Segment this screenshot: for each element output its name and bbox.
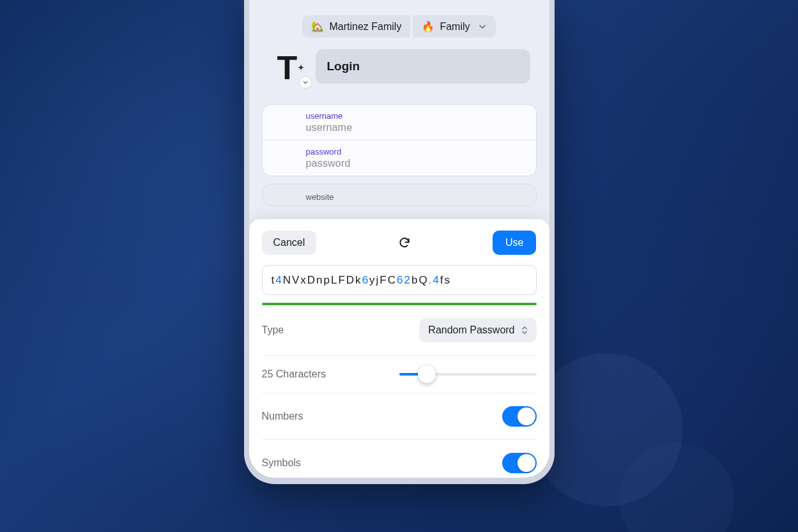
symbols-row: Symbols bbox=[262, 440, 537, 478]
length-label: 25 Characters bbox=[262, 369, 326, 380]
updown-icon bbox=[521, 326, 528, 335]
phone-screen: 🏡 Martinez Family 🔥 Family T ✦ Login bbox=[249, 0, 549, 478]
length-row: 25 Characters bbox=[262, 356, 537, 393]
website-card[interactable]: website bbox=[262, 184, 537, 206]
sheet-header: Cancel Use bbox=[262, 231, 537, 255]
phone-frame: 🏡 Martinez Family 🔥 Family T ✦ Login bbox=[244, 0, 555, 484]
vault-secondary-name: Family bbox=[440, 21, 470, 33]
logo-chevron-icon[interactable] bbox=[299, 76, 312, 89]
item-header: T ✦ Login bbox=[249, 49, 549, 86]
vault-secondary-chip[interactable]: 🔥 Family bbox=[413, 15, 495, 38]
chevron-down-icon bbox=[478, 22, 487, 31]
use-button[interactable]: Use bbox=[493, 231, 536, 255]
refresh-button[interactable] bbox=[394, 232, 415, 253]
refresh-icon bbox=[398, 236, 411, 249]
username-value: username bbox=[306, 122, 523, 133]
vault-secondary-icon: 🔥 bbox=[422, 20, 434, 33]
cancel-button[interactable]: Cancel bbox=[262, 231, 317, 255]
username-field[interactable]: username username bbox=[263, 105, 536, 141]
vault-selector: 🏡 Martinez Family 🔥 Family bbox=[249, 0, 549, 49]
username-label: username bbox=[306, 111, 523, 121]
password-value: password bbox=[306, 158, 523, 169]
item-title-field[interactable]: Login bbox=[316, 49, 530, 84]
vault-primary-name: Martinez Family bbox=[329, 21, 401, 33]
item-logo-letter: T bbox=[277, 49, 298, 87]
credentials-card: username username password password bbox=[262, 104, 537, 176]
slider-thumb[interactable] bbox=[418, 365, 436, 383]
symbols-toggle[interactable] bbox=[502, 453, 537, 473]
password-field[interactable]: password password bbox=[263, 141, 536, 176]
type-select[interactable]: Random Password bbox=[419, 318, 536, 342]
item-logo[interactable]: T ✦ bbox=[268, 49, 307, 86]
vault-primary-chip[interactable]: 🏡 Martinez Family bbox=[302, 15, 410, 38]
numbers-toggle[interactable] bbox=[502, 406, 537, 427]
length-slider[interactable] bbox=[399, 373, 537, 376]
sparkle-icon: ✦ bbox=[298, 63, 304, 72]
type-row: Type Random Password bbox=[262, 305, 537, 356]
type-label: Type bbox=[262, 324, 284, 336]
password-generator-sheet: Cancel Use t4NVxDnpLFDk6yjFC62bQ.4fs Typ… bbox=[249, 219, 549, 478]
password-label: password bbox=[306, 147, 523, 156]
generated-password[interactable]: t4NVxDnpLFDk6yjFC62bQ.4fs bbox=[262, 265, 537, 295]
symbols-label: Symbols bbox=[262, 457, 301, 469]
numbers-label: Numbers bbox=[262, 411, 303, 422]
website-label: website bbox=[306, 192, 523, 202]
type-value: Random Password bbox=[428, 324, 514, 336]
vault-primary-icon: 🏡 bbox=[311, 20, 324, 33]
numbers-row: Numbers bbox=[262, 393, 537, 440]
